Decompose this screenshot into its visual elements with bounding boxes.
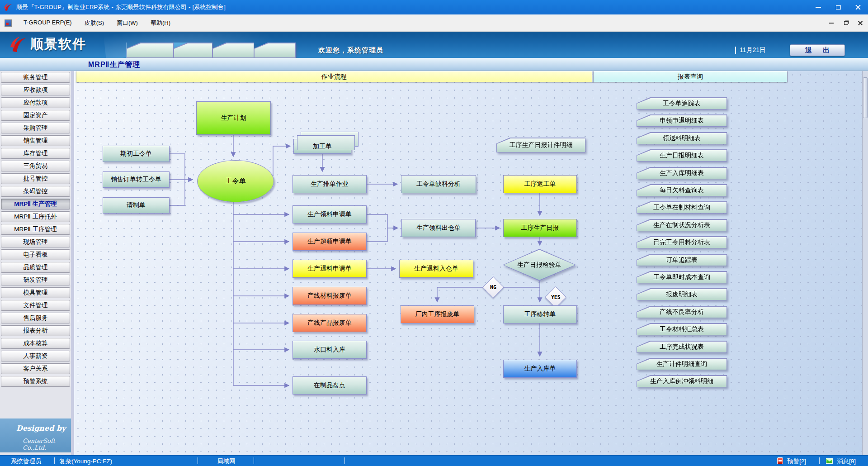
flow-node[interactable]: 生产领料申请单 [292, 205, 367, 223]
nav-tab[interactable]: 系统管理 [212, 43, 254, 58]
flow-node[interactable]: 工序生产日报计件明细 [496, 138, 585, 152]
flow-node[interactable]: 水口料入库 [292, 341, 367, 359]
flow-node[interactable]: 生产超领申请单 [292, 233, 367, 251]
status-messages[interactable]: 消息[9] [837, 457, 856, 466]
flow-node[interactable]: 在制品盘点 [292, 376, 367, 395]
menu-items: T-GROUP ERP(E)皮肤(S)窗口(W)帮助(H) [17, 19, 177, 27]
sidebar-item[interactable]: 应收款项 [1, 85, 70, 95]
report-button[interactable]: 工令单即时成本查询 [637, 271, 727, 283]
welcome-text: 欢迎您，系统管理员 [318, 46, 383, 55]
report-button[interactable]: 每日欠料查询表 [637, 184, 727, 196]
close-icon [858, 21, 863, 25]
divider [54, 457, 55, 464]
sidebar-scroll-strip[interactable] [71, 71, 74, 455]
sidebar-item[interactable]: 售后服务 [1, 313, 70, 323]
sidebar-item[interactable]: 报表分析 [1, 325, 70, 336]
report-button[interactable]: 生产入库倒冲领料明细 [637, 375, 727, 387]
restore-icon [844, 21, 848, 25]
report-button[interactable]: 申领申退明细表 [637, 114, 727, 127]
flow-node[interactable]: 请制单 [103, 197, 170, 214]
menu-item[interactable]: 窗口(W) [110, 19, 144, 27]
flow-node[interactable]: 生产排单作业 [292, 175, 367, 193]
sidebar-item[interactable]: MRPⅡ 工序托外 [1, 211, 70, 222]
nav-tab[interactable]: 我的主页 [127, 43, 174, 58]
status-user: 系统管理员 [11, 457, 42, 466]
sidebar-item[interactable]: 模具管理 [1, 287, 70, 298]
divider [344, 457, 345, 464]
flow-node[interactable]: 生产退料申请单 [292, 260, 367, 278]
flow-node[interactable]: 工令单 [197, 160, 274, 202]
sidebar-item[interactable]: 预警系统 [1, 376, 70, 387]
report-button[interactable]: 生产在制状况分析表 [637, 219, 727, 231]
sidebar-item[interactable]: 研发管理 [1, 275, 70, 285]
exit-button[interactable]: 退 出 [790, 44, 845, 56]
flow-node[interactable]: 销售订单转工令单 [103, 171, 170, 188]
date-display: 11月21日 [735, 46, 766, 54]
status-network: 局域网 [217, 457, 236, 466]
report-button[interactable]: 生产入库明细表 [637, 167, 727, 179]
minimize-icon [829, 23, 834, 24]
sidebar-item[interactable]: MRPⅡ 工序管理 [1, 224, 70, 235]
flow-node[interactable]: 工令单缺料分析 [401, 175, 476, 193]
flow-node[interactable]: 工序返工单 [503, 175, 577, 193]
mdi-close-button[interactable] [856, 19, 864, 27]
sidebar-item[interactable]: 现场管理 [1, 237, 70, 247]
module-header: MRPⅡ生产管理 [0, 58, 868, 71]
sunjing-logo-icon [9, 35, 27, 53]
menu-item[interactable]: 皮肤(S) [78, 19, 110, 27]
sidebar-item[interactable]: 客户关系 [1, 363, 70, 374]
sidebar-item[interactable]: 应付款项 [1, 97, 70, 108]
flow-node[interactable]: 加工单 [293, 139, 351, 154]
brand-logo: 顺景软件 [9, 35, 86, 53]
report-button[interactable]: 生产计件明细查询 [637, 358, 727, 370]
report-button[interactable]: 工序完成状况表 [637, 341, 727, 353]
sidebar-item[interactable]: 批号管控 [1, 173, 70, 184]
maximize-button[interactable] [828, 0, 848, 14]
sidebar-item[interactable]: MRPⅡ 生产管理 [1, 199, 70, 209]
flow-node[interactable]: 生产日报检验单 [503, 249, 576, 281]
close-icon [855, 5, 861, 10]
minimize-button[interactable] [808, 0, 828, 14]
flow-node[interactable]: 期初工令单 [103, 146, 170, 162]
report-button[interactable]: 工令单在制材料查询 [637, 201, 727, 214]
flow-node[interactable]: 工序生产日报 [503, 219, 577, 237]
close-button[interactable] [848, 0, 868, 14]
menu-item[interactable]: 帮助(H) [144, 19, 177, 27]
sidebar-item[interactable]: 品质管理 [1, 262, 70, 273]
mdi-restore-button[interactable] [842, 19, 850, 27]
report-button[interactable]: 订单追踪表 [637, 254, 727, 266]
sidebar-item[interactable]: 条码管控 [1, 186, 70, 197]
nav-tab[interactable]: 全部模块 [174, 43, 212, 58]
nav-tab[interactable]: 我的单据 [254, 43, 296, 58]
sidebar-item[interactable]: 采购管理 [1, 123, 70, 133]
sidebar-item[interactable]: 电子看板 [1, 249, 70, 260]
flow-node[interactable]: 厂内工序报废单 [401, 305, 474, 323]
sidebar-item[interactable]: 成本核算 [1, 338, 70, 349]
flow-node[interactable]: 工序移转单 [503, 305, 577, 323]
flow-node[interactable]: 生产计划 [196, 101, 271, 135]
flow-node[interactable]: 产线材料报废单 [292, 287, 367, 305]
report-button[interactable]: 产线不良率分析 [637, 306, 727, 318]
sidebar-item[interactable]: 销售管理 [1, 135, 70, 146]
sidebar-item[interactable]: 账务管理 [1, 72, 70, 83]
sidebar-item[interactable]: 人事薪资 [1, 351, 70, 361]
report-button[interactable]: 生产日报明细表 [637, 149, 727, 162]
sidebar-item[interactable]: 库存管理 [1, 148, 70, 159]
flow-node[interactable]: 产线产品报废单 [292, 314, 367, 332]
menu-item[interactable]: T-GROUP ERP(E) [17, 19, 78, 26]
status-alerts[interactable]: 预警[2] [787, 457, 806, 466]
report-button[interactable]: 工令单追踪表 [637, 97, 727, 109]
mdi-minimize-button[interactable] [827, 19, 835, 27]
report-button[interactable]: 已完工令用料分析表 [637, 236, 727, 248]
sidebar-item[interactable]: 文件管理 [1, 300, 70, 311]
report-button[interactable]: 工令材料汇总表 [637, 323, 727, 335]
report-button[interactable]: 领退料明细表 [637, 132, 727, 144]
report-button[interactable]: 报废明细表 [637, 288, 727, 300]
flow-node[interactable]: 生产领料出仓单 [401, 219, 476, 237]
sidebar-item[interactable]: 固定资产 [1, 110, 70, 121]
divider [735, 47, 736, 54]
sidebar-item[interactable]: 三角贸易 [1, 161, 70, 171]
flow-node[interactable]: 生产退料入仓单 [399, 260, 473, 278]
flow-node[interactable]: 生产入库单 [503, 360, 577, 378]
status-bar: 系统管理员 复杂(Young-PC:FZ) 局域网 预警[2] 消息[9] [0, 455, 868, 466]
